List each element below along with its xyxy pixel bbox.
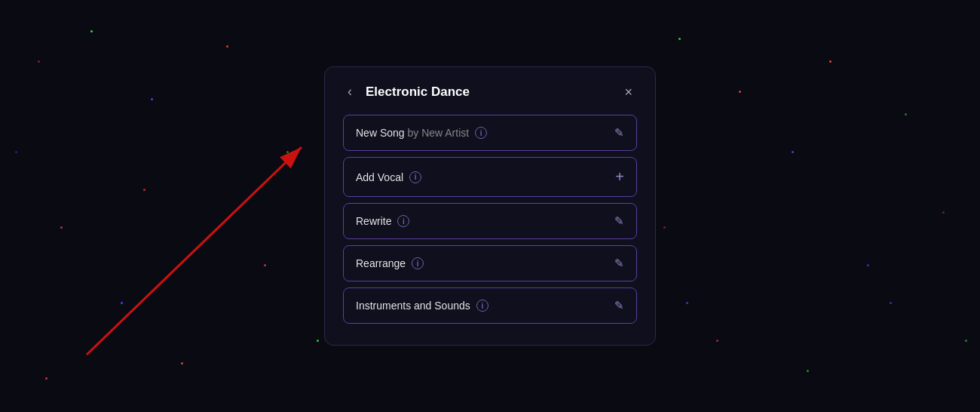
rewrite-item[interactable]: Rewrite i ✎ xyxy=(343,203,637,239)
new-song-edit-icon: ✎ xyxy=(614,126,624,140)
add-vocal-label: Add Vocal xyxy=(356,171,403,183)
modal-header: ‹ Electronic Dance × xyxy=(343,82,637,101)
add-vocal-item[interactable]: Add Vocal i + xyxy=(343,157,637,197)
rearrange-item[interactable]: Rearrange i ✎ xyxy=(343,245,637,281)
instruments-sounds-edit-icon: ✎ xyxy=(614,299,624,312)
add-vocal-plus-icon: + xyxy=(615,168,624,186)
new-song-info-icon[interactable]: i xyxy=(475,127,487,139)
modal-title: Electronic Dance xyxy=(366,85,611,100)
add-vocal-text: Add Vocal i xyxy=(356,171,615,183)
rewrite-text: Rewrite i xyxy=(356,215,614,227)
instruments-sounds-text: Instruments and Sounds i xyxy=(356,300,614,312)
add-vocal-info-icon[interactable]: i xyxy=(409,171,421,183)
new-song-item[interactable]: New Song by New Artist i ✎ xyxy=(343,115,637,151)
rewrite-info-icon[interactable]: i xyxy=(397,215,409,227)
new-song-text: New Song by New Artist i xyxy=(356,127,614,139)
rearrange-info-icon[interactable]: i xyxy=(412,257,424,269)
close-icon: × xyxy=(624,85,632,99)
rewrite-label: Rewrite xyxy=(356,215,391,227)
rearrange-text: Rearrange i xyxy=(356,257,614,269)
back-icon: ‹ xyxy=(348,84,352,100)
modal-container: ‹ Electronic Dance × New Song by New Art… xyxy=(324,66,656,346)
close-button[interactable]: × xyxy=(620,84,637,100)
back-button[interactable]: ‹ xyxy=(343,82,357,101)
menu-items-list: New Song by New Artist i ✎ Add Vocal i +… xyxy=(343,115,637,324)
rewrite-edit-icon: ✎ xyxy=(614,214,624,228)
rearrange-label: Rearrange xyxy=(356,257,406,269)
instruments-sounds-label: Instruments and Sounds xyxy=(356,300,470,312)
new-song-label: New Song by New Artist xyxy=(356,127,469,139)
instruments-sounds-item[interactable]: Instruments and Sounds i ✎ xyxy=(343,287,637,324)
modal-overlay: ‹ Electronic Dance × New Song by New Art… xyxy=(0,0,980,412)
rearrange-edit-icon: ✎ xyxy=(614,257,624,270)
new-song-suffix: by New Artist xyxy=(407,127,469,139)
instruments-sounds-info-icon[interactable]: i xyxy=(476,300,488,312)
